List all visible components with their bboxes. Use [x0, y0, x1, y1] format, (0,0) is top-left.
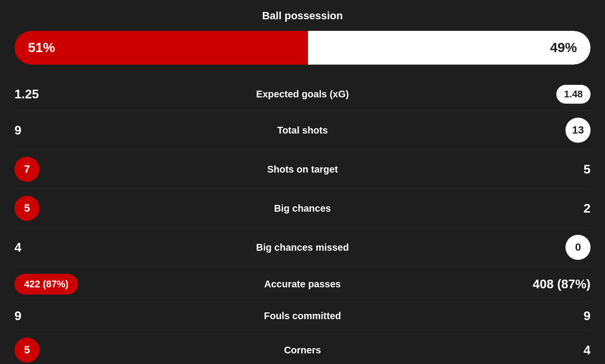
stat-label: Expected goals (xG) — [111, 89, 494, 100]
stat-left-value: 7 — [14, 157, 111, 182]
stat-left-value: 422 (87%) — [14, 274, 111, 295]
possession-right: 49% — [308, 31, 591, 65]
possession-left: 51% — [14, 31, 308, 65]
stat-label: Total shots — [111, 125, 494, 136]
possession-left-value: 51% — [28, 40, 55, 55]
stat-left-value: 9 — [14, 123, 111, 138]
stat-label: Fouls committed — [111, 310, 494, 322]
stat-right-value: 408 (87%) — [494, 277, 591, 292]
stat-label: Shots on target — [111, 164, 494, 175]
stat-right-value: 1.48 — [494, 85, 591, 104]
stat-right-value: 13 — [494, 118, 591, 143]
stat-row: 9Fouls committed9 — [14, 302, 591, 331]
stat-row: 422 (87%)Accurate passes408 (87%) — [14, 267, 591, 302]
stat-right-value: 5 — [494, 162, 591, 177]
stat-right-value: 9 — [494, 309, 591, 324]
stat-row: 4Big chances missed0 — [14, 228, 591, 267]
section-title: Ball possession — [14, 10, 591, 22]
stat-label: Accurate passes — [111, 279, 494, 290]
stat-row: 7Shots on target5 — [14, 150, 591, 189]
stat-label: Big chances — [111, 203, 494, 214]
possession-bar: 51% 49% — [14, 31, 591, 65]
stat-left-value: 1.25 — [14, 87, 111, 102]
stat-right-value: 2 — [494, 201, 591, 216]
stat-label: Big chances missed — [111, 242, 494, 253]
stat-row: 1.25Expected goals (xG)1.48 — [14, 78, 591, 111]
main-container: Ball possession 51% 49% 1.25Expected goa… — [0, 0, 605, 364]
stat-right-value: 4 — [494, 343, 591, 358]
stat-row: 5Corners4 — [14, 331, 591, 364]
possession-right-value: 49% — [550, 40, 577, 55]
stat-row: 5Big chances2 — [14, 189, 591, 228]
stat-left-value: 5 — [14, 337, 111, 363]
stat-left-value: 9 — [14, 309, 111, 324]
stat-left-value: 4 — [14, 240, 111, 255]
stats-list: 1.25Expected goals (xG)1.489Total shots1… — [14, 78, 591, 364]
stat-row: 9Total shots13 — [14, 111, 591, 150]
stat-right-value: 0 — [494, 235, 591, 260]
stat-left-value: 5 — [14, 196, 111, 221]
stat-label: Corners — [111, 345, 494, 356]
